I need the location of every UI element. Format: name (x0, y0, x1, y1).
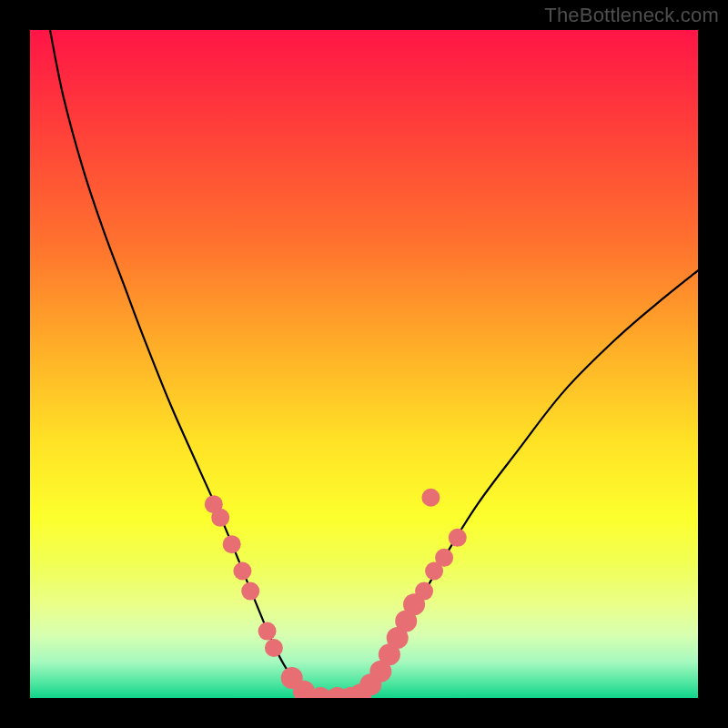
chart-container: TheBottleneck.com (0, 0, 728, 728)
data-marker (233, 562, 251, 581)
data-marker (241, 582, 259, 601)
watermark-text: TheBottleneck.com (544, 4, 719, 27)
data-marker (449, 529, 467, 547)
data-marker (415, 582, 433, 601)
chart-svg (30, 30, 698, 698)
data-marker (435, 549, 453, 567)
data-marker (265, 639, 283, 657)
data-marker (223, 535, 241, 553)
data-marker (258, 622, 277, 641)
data-marker (211, 509, 229, 527)
data-marker (421, 489, 440, 507)
plot-area (30, 30, 698, 698)
gradient-background (30, 30, 698, 698)
